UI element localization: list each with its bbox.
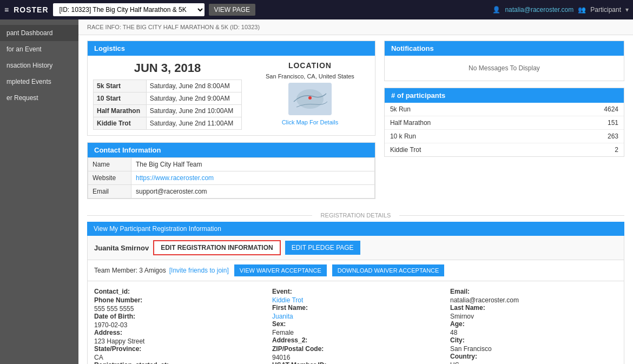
logistics-date: JUN 3, 2018 5k Start Saturday, June 2nd … bbox=[93, 61, 242, 130]
participant-type: Half Marathon bbox=[385, 116, 545, 130]
contact-value: The Big City Half Team bbox=[131, 158, 375, 171]
team-row: Team Member: 3 Amigos [Invite friends to… bbox=[87, 260, 624, 281]
schedule-label: Half Marathon bbox=[94, 105, 147, 117]
race-info-header: RACE INFO: THE BIG CITY HALF MARATHON & … bbox=[78, 19, 633, 35]
table-row: Kiddie Trot 2 bbox=[385, 143, 624, 157]
view-waiver-button[interactable]: VIEW WAIVER ACCEPTANCE bbox=[234, 264, 327, 276]
detail-row: Sex: Female bbox=[272, 320, 439, 336]
notifications-box: Notifications No Messages To Display bbox=[384, 41, 624, 81]
participant-icon: 👥 bbox=[578, 6, 586, 14]
table-row: Half Marathon 151 bbox=[385, 116, 624, 130]
download-waiver-button[interactable]: DOWNLOAD WAIVER ACCEPTANCE bbox=[332, 264, 445, 276]
detail-row: State/Province: CA bbox=[94, 345, 261, 361]
view-page-button[interactable]: VIEW PAGE bbox=[209, 4, 255, 16]
table-row: Website https://www.raceroster.com bbox=[88, 171, 375, 185]
location-text: San Francisco, CA, United States bbox=[250, 73, 370, 80]
detail-row: City: San Francisco bbox=[450, 336, 617, 353]
schedule-time: Saturday, June 2nd 8:00AM bbox=[146, 80, 241, 92]
edit-pledge-button[interactable]: EDIT PLEDGE PAGE bbox=[285, 241, 360, 255]
detail-row: Last Name: Smirnov bbox=[450, 304, 617, 320]
sidebar-item-event[interactable]: for an Event bbox=[0, 41, 78, 57]
map-image[interactable] bbox=[288, 83, 332, 115]
table-row: Kiddie Trot Saturday, June 2nd 11:00AM bbox=[94, 117, 242, 130]
detail-row: ZIP/Postal Code: 94016 bbox=[272, 345, 439, 361]
table-row: 5k Run 4624 bbox=[385, 103, 624, 116]
sidebar-item-transactions[interactable]: nsaction History bbox=[0, 57, 78, 74]
schedule-time: Saturday, June 2nd 11:00AM bbox=[146, 117, 241, 130]
contact-label: Name bbox=[88, 158, 131, 171]
logistics-location: LOCATION San Francisco, CA, United State… bbox=[250, 61, 370, 130]
topbar: ≡ ROSTER [ID: 10323] The Big City Half M… bbox=[0, 0, 633, 19]
contact-website[interactable]: https://www.raceroster.com bbox=[131, 171, 375, 185]
invite-friends-link[interactable]: [Invite friends to join] bbox=[169, 267, 229, 274]
event-selector[interactable]: [ID: 10323] The Big City Half Marathon &… bbox=[53, 3, 205, 16]
contact-label: Website bbox=[88, 171, 131, 185]
sidebar-item-dashboard[interactable]: pant Dashboard bbox=[0, 25, 78, 41]
logistics-box: Logistics JUN 3, 2018 5k Start Saturday,… bbox=[87, 41, 375, 136]
participant-type: Kiddie Trot bbox=[385, 143, 545, 157]
topbar-right: 👤 natalia@raceroster.com 👥 Participant ▾ bbox=[492, 6, 629, 14]
detail-row: Email: natalia@raceroster.com bbox=[450, 288, 617, 304]
team-label: Team Member: 3 Amigos bbox=[94, 267, 166, 274]
detail-row: Country: US bbox=[450, 353, 617, 364]
reg-info-bar: Juanita Smirnov EDIT REGISTRATION INFORM… bbox=[87, 236, 624, 260]
participant-count: 4624 bbox=[545, 103, 624, 116]
detail-row: Date of Birth: 1970-02-03 bbox=[94, 313, 261, 329]
schedule-label: 10 Start bbox=[94, 92, 147, 105]
role-label: Participant bbox=[590, 6, 621, 14]
participants-header: # of participants bbox=[385, 88, 624, 103]
registration-section: REGISTRATION DETAILS View My Participant… bbox=[87, 212, 624, 364]
participants-table: 5k Run 4624 Half Marathon 151 10 k Run 2… bbox=[385, 103, 624, 156]
details-grid: Contact_id: Phone Number: 555 555 5555 D… bbox=[87, 281, 624, 364]
schedule-time: Saturday, June 2nd 9:00AM bbox=[146, 92, 241, 105]
app-logo-text: ROSTER bbox=[14, 5, 48, 14]
table-row: 10 k Run 263 bbox=[385, 130, 624, 143]
detail-row: Age: 48 bbox=[450, 320, 617, 336]
user-icon: 👤 bbox=[492, 6, 500, 14]
contact-label: Email bbox=[88, 185, 131, 198]
logistics-inner: JUN 3, 2018 5k Start Saturday, June 2nd … bbox=[88, 56, 375, 135]
details-col2: Event: Kiddie Trot First Name: Juanita S… bbox=[272, 288, 439, 364]
schedule-label: 5k Start bbox=[94, 80, 147, 92]
detail-row: First Name: Juanita bbox=[272, 304, 439, 320]
layout: pant Dashboard for an Event nsaction His… bbox=[0, 19, 633, 364]
edit-registration-button[interactable]: EDIT REGISTRATION INFORMATION bbox=[153, 240, 281, 255]
sidebar-item-request[interactable]: er Request bbox=[0, 90, 78, 106]
left-column: Logistics JUN 3, 2018 5k Start Saturday,… bbox=[87, 41, 375, 206]
participant-type: 10 k Run bbox=[385, 130, 545, 143]
map-link[interactable]: Click Map For Details bbox=[282, 119, 339, 125]
schedule-table: 5k Start Saturday, June 2nd 8:00AM 10 St… bbox=[93, 80, 242, 130]
registration-section-header: REGISTRATION DETAILS bbox=[87, 212, 624, 219]
participant-count: 151 bbox=[545, 116, 624, 130]
detail-row: Contact_id: bbox=[94, 288, 261, 296]
schedule-time: Saturday, June 2nd 10:00AM bbox=[146, 105, 241, 117]
two-col-layout: Logistics JUN 3, 2018 5k Start Saturday,… bbox=[87, 41, 624, 206]
detail-row: Address_2: bbox=[272, 336, 439, 345]
chevron-down-icon: ▾ bbox=[625, 6, 629, 14]
notifications-header: Notifications bbox=[385, 41, 624, 56]
content-body: Logistics JUN 3, 2018 5k Start Saturday,… bbox=[78, 35, 633, 364]
participant-name: Juanita Smirnov bbox=[94, 244, 149, 252]
table-row: 10 Start Saturday, June 2nd 9:00AM bbox=[94, 92, 242, 105]
detail-row: Registration_started_at: bbox=[94, 361, 261, 364]
table-row: Half Marathon Saturday, June 2nd 10:00AM bbox=[94, 105, 242, 117]
right-column: Notifications No Messages To Display # o… bbox=[384, 41, 624, 206]
participants-box: # of participants 5k Run 4624 Half Marat… bbox=[384, 88, 624, 157]
table-row: 5k Start Saturday, June 2nd 8:00AM bbox=[94, 80, 242, 92]
participant-type: 5k Run bbox=[385, 103, 545, 116]
detail-row: Phone Number: 555 555 5555 bbox=[94, 296, 261, 313]
detail-row: USAT Member ID: bbox=[272, 361, 439, 364]
website-link[interactable]: https://www.raceroster.com bbox=[136, 174, 214, 182]
event-date: JUN 3, 2018 bbox=[93, 61, 242, 75]
contact-email: support@raceroster.com bbox=[131, 185, 375, 198]
user-name: natalia@raceroster.com bbox=[505, 6, 573, 14]
participant-count: 263 bbox=[545, 130, 624, 143]
sidebar-item-completed[interactable]: mpleted Events bbox=[0, 74, 78, 90]
reg-blue-header: View My Participant Registration Informa… bbox=[87, 222, 624, 236]
app-logo: ≡ bbox=[4, 5, 9, 14]
notifications-body: No Messages To Display bbox=[385, 56, 624, 81]
main-content: RACE INFO: THE BIG CITY HALF MARATHON & … bbox=[78, 19, 633, 364]
participant-count: 2 bbox=[545, 143, 624, 157]
details-col3: Email: natalia@raceroster.com Last Name:… bbox=[450, 288, 617, 364]
details-col1: Contact_id: Phone Number: 555 555 5555 D… bbox=[94, 288, 261, 364]
